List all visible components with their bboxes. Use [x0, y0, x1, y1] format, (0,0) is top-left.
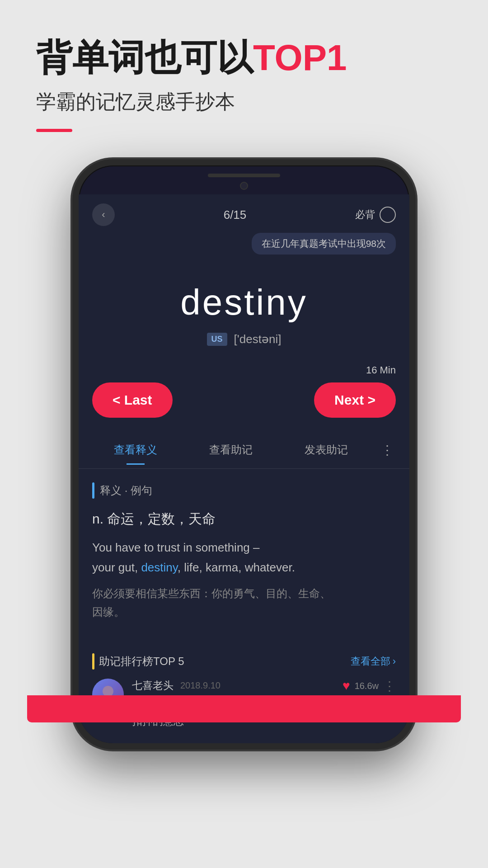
tab-bar: 查看释义 查看助记 发表助记 ⋮ — [79, 431, 409, 469]
progress-text: 6/15 — [224, 208, 247, 222]
ranking-header: 助记排行榜TOP 5 查看全部 › — [92, 653, 396, 670]
tab-mnemonic[interactable]: 查看助记 — [183, 436, 278, 464]
hero-subtitle: 学霸的记忆灵感手抄本 — [36, 89, 452, 115]
timer-label: 16 Min — [366, 364, 396, 376]
hero-underline — [36, 129, 72, 132]
hero-title: 背单词也可以TOP1 — [36, 36, 452, 80]
section-label: 释义 · 例句 — [92, 482, 396, 499]
top-bar: ‹ 6/15 必背 — [79, 194, 409, 233]
mnemonic-meta: 七喜老头 2018.9.10 — [132, 679, 334, 693]
tab-more-icon[interactable]: ⋮ — [374, 438, 400, 462]
definition-pos: n. 命运，定数，天命 — [92, 510, 396, 528]
phone-mockup: ‹ 6/15 必背 在近几年真题考试中出现98次 destiny US ['de… — [0, 159, 488, 750]
ranking-title-wrap: 助记排行榜TOP 5 — [92, 653, 184, 670]
word-section: destiny US ['destəni] — [79, 264, 409, 360]
phonetic: ['destəni] — [234, 332, 282, 346]
must-remember[interactable]: 必背 — [355, 207, 396, 223]
phone-outer: ‹ 6/15 必背 在近几年真题考试中出现98次 destiny US ['de… — [72, 159, 416, 750]
more-options-icon[interactable]: ⋮ — [383, 679, 396, 693]
must-remember-circle[interactable] — [380, 207, 396, 223]
mnemonic-date: 2018.9.10 — [180, 680, 221, 691]
nav-buttons: 16 Min < Last Next > — [79, 360, 409, 431]
bottom-deco — [27, 695, 461, 722]
definition-section: 释义 · 例句 n. 命运，定数，天命 You have to trust in… — [79, 469, 409, 649]
tab-post-mnemonic[interactable]: 发表助记 — [279, 436, 374, 464]
view-all-button[interactable]: 查看全部 › — [351, 655, 396, 668]
ranking-bar — [92, 653, 94, 670]
tab-definition[interactable]: 查看释义 — [88, 436, 183, 464]
section-label-text: 释义 · 例句 — [100, 483, 152, 498]
pronunciation: US ['destəni] — [92, 332, 396, 346]
example-en: You have to trust in something – your gu… — [92, 538, 396, 577]
highlight-word: destiny — [141, 561, 177, 574]
phone-speaker — [208, 174, 280, 177]
heart-icon[interactable]: ♥ — [343, 679, 350, 693]
section-label-bar — [92, 482, 94, 499]
exam-tooltip: 在近几年真题考试中出现98次 — [252, 233, 396, 255]
tooltip-bar: 在近几年真题考试中出现98次 — [79, 233, 409, 264]
ranking-title: 助记排行榜TOP 5 — [99, 654, 184, 669]
phone-screen: ‹ 6/15 必背 在近几年真题考试中出现98次 destiny US ['de… — [79, 194, 409, 743]
heart-count: 16.6w — [355, 681, 379, 691]
hero-section: 背单词也可以TOP1 学霸的记忆灵感手抄本 — [0, 0, 488, 132]
mnemonic-author: 七喜老头 — [132, 679, 174, 693]
last-button[interactable]: < Last — [92, 382, 173, 418]
example-zh: 你必须要相信某些东西：你的勇气、目的、生命、 因缘。 — [92, 585, 396, 622]
back-button[interactable]: ‹ — [92, 203, 115, 226]
mnemonic-actions: ♥ 16.6w ⋮ — [343, 679, 396, 693]
us-badge: US — [207, 333, 227, 346]
next-button[interactable]: Next > — [314, 382, 396, 418]
main-word: destiny — [92, 282, 396, 323]
phone-camera — [240, 182, 248, 190]
